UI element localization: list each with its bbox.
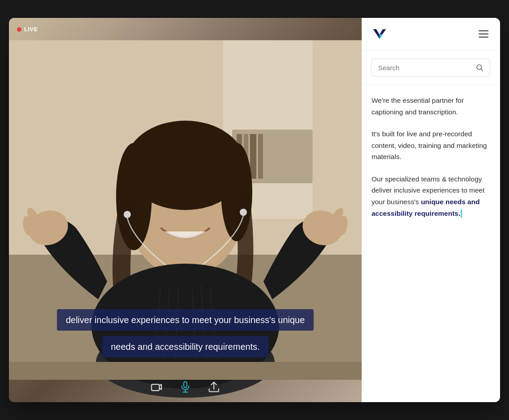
hamburger-menu-button[interactable] [477,29,490,39]
live-badge: LIVE [17,26,38,33]
sidebar-content: We're the essential partner for captioni… [362,85,500,402]
brand-logo [371,26,388,42]
svg-line-39 [481,69,483,71]
caption-line-1: deliver inclusive experiences to meet yo… [57,309,313,331]
share-button[interactable] [208,381,220,393]
svg-rect-32 [151,384,159,391]
svg-point-16 [240,209,247,216]
search-section [362,50,500,85]
search-button[interactable] [476,63,484,71]
hamburger-line-1 [479,30,488,31]
svg-rect-33 [184,382,187,387]
paragraph-3: Our specialized teams & technology deliv… [371,173,490,219]
verbit-logo-icon [371,26,388,42]
camera-icon [150,381,163,393]
paragraph-2: It's built for live and pre-recorded con… [371,128,490,163]
svg-point-15 [124,211,131,218]
search-box [371,59,490,76]
video-panel: LIVE deliver inclusive experiences to me… [9,18,362,402]
caption-overlay: deliver inclusive experiences to meet yo… [27,309,344,357]
camera-button[interactable] [150,381,163,393]
svg-rect-7 [250,134,256,179]
live-dot [17,27,21,32]
search-icon [476,63,484,71]
paragraph-1: We're the essential partner for captioni… [371,95,490,118]
hamburger-line-3 [479,37,488,38]
sidebar-panel: We're the essential partner for captioni… [362,18,500,402]
search-input[interactable] [378,64,472,71]
sidebar-header [362,18,500,50]
text-cursor [461,210,462,218]
live-text: LIVE [24,26,38,33]
svg-point-38 [477,65,482,70]
microphone-button[interactable] [179,381,192,393]
hamburger-line-2 [479,34,488,34]
caption-line-2: needs and accessibility requirements. [102,336,269,357]
microphone-icon [179,381,192,393]
app-container: LIVE deliver inclusive experiences to me… [9,18,500,402]
svg-marker-37 [380,34,383,39]
share-icon [208,381,220,393]
svg-rect-8 [258,134,263,179]
video-controls [150,381,220,393]
svg-rect-31 [9,362,362,380]
